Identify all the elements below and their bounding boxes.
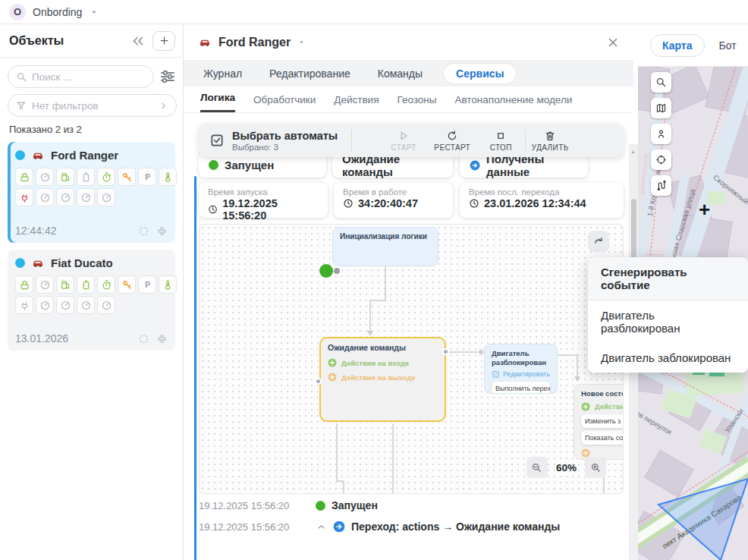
vehicle-time: 12:44:42: [15, 225, 131, 237]
add-object-button[interactable]: [152, 31, 175, 51]
start-state-dot[interactable]: [319, 264, 333, 278]
gauge-icon[interactable]: [97, 188, 115, 206]
connector-pin[interactable]: [442, 348, 449, 355]
car-icon: [197, 36, 212, 49]
plus-circle-icon[interactable]: [328, 358, 337, 367]
green-dot-icon: [316, 501, 325, 511]
chevron-down-icon[interactable]: [297, 37, 306, 47]
gauge-icon[interactable]: [56, 296, 74, 314]
edit-link[interactable]: Редактировать у...: [492, 370, 550, 379]
redo-button[interactable]: [588, 231, 609, 252]
filter-settings-icon[interactable]: [159, 68, 177, 86]
subtab-geozones[interactable]: Геозоны: [397, 94, 436, 112]
node-init-logic[interactable]: Инициализация логики: [332, 227, 438, 266]
gauge-icon[interactable]: [77, 188, 95, 206]
battery-icon[interactable]: [77, 168, 95, 186]
stopwatch-icon[interactable]: [97, 168, 115, 186]
chevron-down-icon[interactable]: [89, 7, 99, 17]
map-layers-button[interactable]: [651, 98, 671, 118]
select-checkbox-icon[interactable]: [209, 133, 225, 148]
tab-map[interactable]: Карта: [650, 34, 705, 57]
geofence-polygon[interactable]: [638, 469, 748, 560]
map-search-button[interactable]: [651, 72, 671, 93]
locate-icon[interactable]: [138, 225, 149, 237]
vehicle-card-ford-ranger[interactable]: Ford Ranger P 12:44:42: [8, 142, 175, 243]
node-new-state[interactable]: Новое состо Действи Изменить з Показать …: [574, 384, 624, 460]
zoom-in-button[interactable]: [585, 457, 606, 478]
subtab-autofill[interactable]: Автонаполнение модели: [454, 94, 572, 112]
subtab-logic[interactable]: Логика: [200, 92, 235, 112]
gauge-icon[interactable]: [36, 275, 54, 294]
plus-circle-icon[interactable]: [581, 402, 590, 411]
tab-journal[interactable]: Журнал: [203, 68, 242, 80]
change-button[interactable]: Изменить з: [581, 414, 624, 428]
close-icon[interactable]: [606, 36, 620, 49]
execute-transition-button[interactable]: Выполнить переход: [492, 382, 550, 394]
vehicle-card-fiat-ducato[interactable]: Fiat Ducato P 13.01.2026: [8, 250, 175, 351]
stopwatch-icon[interactable]: [97, 275, 115, 294]
objects-sidebar: Объекты Нет фильтров Показано 2 из 2 For…: [0, 24, 184, 560]
menu-item-engine-locked[interactable]: Двигатель заблокирован: [588, 343, 748, 373]
plus-circle-icon[interactable]: [328, 373, 337, 382]
lock-icon[interactable]: [15, 168, 33, 186]
gauge-icon[interactable]: [36, 296, 54, 314]
filters-chip[interactable]: Нет фильтров: [8, 94, 177, 117]
thermometer-icon[interactable]: [159, 168, 177, 186]
plug-icon[interactable]: [15, 188, 33, 206]
menu-item-engine-unlocked[interactable]: Двигатель разблокирован: [588, 300, 748, 343]
collapse-card-icon[interactable]: [156, 333, 168, 344]
battery-icon[interactable]: [77, 275, 95, 294]
thermometer-icon[interactable]: [159, 275, 177, 294]
logic-canvas[interactable]: Инициализация логики Ожидание команды Де…: [199, 224, 624, 494]
search-box[interactable]: [8, 65, 154, 88]
map-locate-button[interactable]: [651, 149, 671, 170]
key-icon[interactable]: [118, 275, 136, 294]
gauge-icon[interactable]: [36, 168, 54, 186]
tab-editing[interactable]: Редактирование: [269, 68, 350, 80]
gauge-icon[interactable]: [77, 296, 95, 314]
show-button[interactable]: Показать со: [581, 431, 624, 445]
chevron-up-icon[interactable]: [316, 521, 327, 533]
tab-commands[interactable]: Команды: [378, 68, 423, 80]
fuel-icon[interactable]: [56, 275, 74, 294]
locate-icon[interactable]: [138, 333, 149, 344]
church-cross-icon: +: [699, 198, 710, 222]
select-automata-label[interactable]: Выбрать автоматы: [232, 130, 338, 142]
status-icon-grid: [15, 296, 179, 314]
plug-icon[interactable]: [15, 296, 33, 314]
key-icon[interactable]: [118, 168, 136, 186]
node-waiting-command[interactable]: Ожидание команды Действия на входе Дейст…: [319, 337, 446, 422]
collapse-sidebar-icon[interactable]: [130, 33, 146, 49]
connector-pin[interactable]: [315, 378, 322, 385]
zoom-level: 60%: [556, 462, 577, 473]
street-view-button[interactable]: [651, 124, 671, 144]
restart-button[interactable]: РЕСТАРТ: [428, 130, 476, 152]
panel-title[interactable]: Ford Ranger: [218, 36, 291, 49]
collapse-card-icon[interactable]: [156, 225, 168, 237]
start-button[interactable]: СТАРТ: [379, 130, 428, 152]
lock-icon[interactable]: [15, 275, 33, 294]
subtab-handlers[interactable]: Обработчики: [253, 94, 316, 112]
search-input[interactable]: [32, 71, 123, 83]
gauge-icon[interactable]: [56, 188, 74, 206]
gauge-icon[interactable]: [36, 188, 54, 206]
delete-button[interactable]: УДАЛИТЬ: [526, 130, 574, 152]
zoom-out-button[interactable]: [526, 457, 548, 478]
filters-label: Нет фильтров: [32, 100, 99, 112]
parking-icon[interactable]: P: [138, 275, 156, 294]
route-button[interactable]: [651, 175, 671, 196]
play-icon: [398, 130, 410, 142]
avatar[interactable]: O: [9, 4, 26, 20]
node-engine-unlocked[interactable]: Двигатель разблокирован Редактировать у.…: [484, 344, 558, 394]
stop-icon: [495, 130, 507, 142]
online-dot: [15, 258, 25, 268]
log-time: 19.12.2025 15:56:20: [199, 500, 310, 511]
fuel-icon[interactable]: [56, 168, 74, 186]
app-name[interactable]: Onbording: [33, 6, 82, 18]
tab-bot[interactable]: Бот: [719, 39, 737, 52]
subtab-actions[interactable]: Действия: [334, 94, 379, 112]
parking-icon[interactable]: P: [138, 168, 156, 186]
tab-services[interactable]: Сервисы: [444, 64, 516, 83]
gauge-icon[interactable]: [97, 296, 115, 314]
stop-button[interactable]: СТОП: [476, 130, 525, 152]
